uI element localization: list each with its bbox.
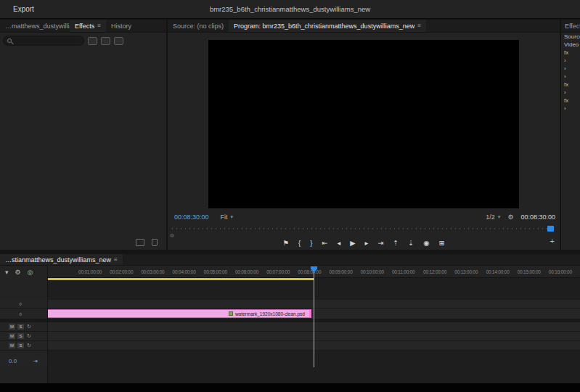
- add-marker-icon[interactable]: ⚑: [283, 239, 290, 247]
- solo-track-button[interactable]: S: [17, 343, 24, 348]
- effect-controls-row[interactable]: ›: [561, 73, 580, 81]
- effect-controls-row[interactable]: fx: [561, 49, 580, 57]
- mark-out-icon[interactable]: }: [310, 239, 312, 247]
- sync-lock-icon[interactable]: ↻: [27, 343, 31, 348]
- effects-panel-footer: [136, 239, 158, 246]
- tab-source-monitor[interactable]: Source: (no clips): [168, 20, 229, 32]
- ruler-tick-label: 00:10:00:00: [361, 267, 392, 277]
- toggle-track-output-icon[interactable]: ○: [19, 301, 22, 306]
- effects-panel: …matthews_dustywilliams_new Effects ≡ Hi…: [0, 20, 166, 250]
- sync-lock-icon[interactable]: ↻: [27, 333, 31, 339]
- effect-controls-row-label: ›: [564, 57, 566, 64]
- tab-project[interactable]: …matthews_dustywilliams_new: [0, 20, 70, 32]
- bit-depth-filter-icon[interactable]: [101, 37, 110, 45]
- chevron-down-icon: ▾: [498, 214, 501, 220]
- export-tab[interactable]: Export: [13, 5, 34, 13]
- tab-timeline-sequence[interactable]: …stianmatthews_dustywilliams_new ≡: [0, 254, 123, 265]
- ruler-tick-label: 00:12:00:00: [423, 267, 454, 277]
- transport-controls: ⚑ { } ⇤ ◂ ▶ ▸ ⇥ ⇡ ⇣ ◉ ⊞: [168, 235, 560, 250]
- effect-controls-row-label: fx: [564, 49, 568, 56]
- effect-controls-row[interactable]: ›: [561, 65, 580, 73]
- toggle-track-output-icon[interactable]: ○: [19, 311, 22, 317]
- panel-menu-icon[interactable]: ≡: [114, 256, 118, 263]
- extract-icon[interactable]: ⇣: [408, 239, 414, 247]
- mute-track-button[interactable]: M: [9, 333, 15, 339]
- sequence-title: bmr235_b6th_christianmatthews_dustywilli…: [0, 5, 580, 13]
- export-frame-icon[interactable]: ◉: [423, 239, 429, 247]
- tab-effects[interactable]: Effects ≡: [70, 20, 106, 32]
- timeline-settings-wrench-icon[interactable]: ⚙: [15, 269, 21, 276]
- search-icon: [7, 38, 12, 43]
- comparison-view-icon[interactable]: ⊞: [438, 239, 444, 247]
- solo-track-button[interactable]: S: [17, 333, 24, 339]
- tab-program-monitor[interactable]: Program: bmr235_b6th_christianmatthews_d…: [229, 20, 426, 32]
- timeline-panel: …stianmatthews_dustywilliams_new ≡ ▾ ⚙ ◎…: [0, 254, 580, 383]
- effect-controls-row[interactable]: ›: [561, 89, 580, 97]
- panel-menu-icon[interactable]: ≡: [417, 23, 421, 29]
- monitor-scrubber[interactable]: [172, 225, 555, 232]
- effect-controls-row[interactable]: ›: [561, 105, 580, 113]
- render-bar-yellow: [47, 278, 314, 280]
- chevron-down-icon: ▾: [231, 214, 234, 220]
- panel-menu-icon[interactable]: ≡: [97, 23, 101, 29]
- window-bottom-strip: [0, 383, 580, 392]
- yuv-filter-icon[interactable]: [114, 37, 123, 45]
- audio-track-a1-header: M S ↻: [0, 322, 47, 332]
- playhead-timecode[interactable]: 00:08:30:00: [174, 213, 209, 221]
- solo-track-button[interactable]: S: [17, 324, 24, 330]
- ruler-tick-label: 00:14:00:00: [486, 267, 517, 277]
- effect-controls-row-label: ›: [564, 89, 566, 96]
- lift-icon[interactable]: ⇡: [393, 239, 399, 247]
- mute-track-button[interactable]: M: [9, 324, 15, 330]
- timeline-toolbar: ▾ ⚙ ◎: [0, 266, 47, 278]
- step-forward-icon[interactable]: ▸: [365, 239, 369, 247]
- navigate-end-icon[interactable]: ⇥: [33, 358, 38, 364]
- accelerated-effects-filter-icon[interactable]: [88, 37, 97, 45]
- effect-controls-row[interactable]: ›: [561, 57, 580, 65]
- tab-history[interactable]: History: [106, 20, 136, 32]
- mute-track-button[interactable]: M: [9, 343, 15, 348]
- play-icon[interactable]: ▶: [350, 239, 355, 247]
- delete-icon[interactable]: [152, 239, 158, 246]
- timeline-clip-watermark[interactable]: watermark_1920x1080-clean.psd: [47, 309, 311, 318]
- video-track-v1: ○ watermark_1920x1080-clean.psd: [0, 309, 580, 319]
- effects-search-input[interactable]: [3, 36, 84, 46]
- sync-lock-icon[interactable]: ↻: [27, 324, 31, 330]
- timeline-menu-icon[interactable]: ▾: [5, 269, 9, 276]
- monitor-settings-wrench-icon[interactable]: ⚙: [507, 213, 513, 221]
- ruler-tick-label: 00:01:00:00: [78, 267, 110, 277]
- ruler-tick-label: 00:06:00:00: [235, 267, 266, 277]
- monitor-right-controls: 1/2 ▾ ⚙ 00:08:30:00: [486, 213, 555, 221]
- step-back-icon[interactable]: ◂: [337, 239, 340, 247]
- zoom-level-select[interactable]: Fit ▾: [221, 213, 234, 221]
- effect-controls-row-label: fx: [564, 97, 568, 104]
- scrubber-track[interactable]: [172, 228, 555, 229]
- ruler-tick-label: 00:13:00:00: [454, 267, 486, 277]
- timeline-playhead-line[interactable]: [314, 266, 314, 367]
- effect-controls-tabbar: Effect: [561, 20, 580, 33]
- new-custom-bin-icon[interactable]: [136, 239, 144, 246]
- effect-controls-row[interactable]: fx: [561, 81, 580, 89]
- effect-controls-row[interactable]: Source: [561, 33, 580, 41]
- effect-controls-row-label: Source: [564, 33, 580, 40]
- effect-controls-row[interactable]: Video: [561, 41, 580, 49]
- audio-track-a2-header: M S ↻: [0, 332, 47, 341]
- tab-history-label: History: [111, 23, 131, 30]
- button-editor-plus-icon[interactable]: +: [550, 237, 555, 245]
- go-to-out-icon[interactable]: ⇥: [377, 239, 383, 247]
- effect-controls-row-label: fx: [564, 81, 568, 88]
- ruler-tick-label: 00:04:00:00: [173, 267, 204, 277]
- playback-resolution-select[interactable]: 1/2 ▾: [486, 213, 500, 221]
- tab-effect-controls-label[interactable]: Effect: [565, 23, 580, 30]
- audio-track-a2: M S ↻: [0, 332, 580, 341]
- linked-selection-icon[interactable]: ◎: [28, 269, 33, 276]
- scrubber-playhead[interactable]: [547, 226, 554, 232]
- ruler-tick-label: 00:16:00:00: [549, 267, 580, 277]
- timeline-tabbar: …stianmatthews_dustywilliams_new ≡: [0, 254, 580, 266]
- duration-timecode: 00:08:30:00: [520, 213, 555, 221]
- effect-controls-row-label: ›: [564, 105, 566, 112]
- go-to-in-icon[interactable]: ⇤: [322, 239, 327, 247]
- effect-controls-row[interactable]: fx: [561, 97, 580, 105]
- mark-in-icon[interactable]: {: [298, 239, 301, 247]
- audio-master-level[interactable]: 0.0: [9, 358, 17, 364]
